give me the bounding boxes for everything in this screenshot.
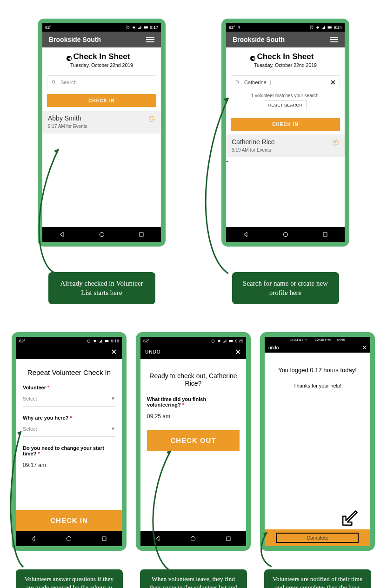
alarm-icon (211, 339, 215, 343)
battery-icon (229, 339, 234, 343)
required-marker: * (47, 385, 49, 390)
svg-point-18 (212, 340, 215, 342)
nav-recent-icon[interactable] (138, 231, 145, 238)
status-temp: 62° (143, 339, 150, 343)
chevron-down-icon: ▼ (111, 396, 115, 401)
svg-rect-6 (140, 233, 143, 236)
phone4-group: 62° 9:25 UNDO ✕ Ready to check out, Cath… (136, 332, 251, 588)
modal-title: Repeat Volunteer Check In (23, 368, 115, 376)
status-temp: 62° (229, 25, 235, 30)
phone-frame: 62° 9:24 Brookside South (221, 19, 349, 247)
search-input[interactable]: Search (47, 75, 156, 89)
svg-point-20 (191, 536, 195, 541)
nav-home-icon[interactable] (98, 231, 106, 238)
nav-home-icon[interactable] (189, 535, 197, 542)
phone-frame: •ıl AT&T ᯤ 12:36 PM 69% undo ✕ You logge… (260, 332, 375, 551)
volunteer-sub: 9:19 AM for Events (232, 147, 328, 153)
signal-icon (321, 25, 326, 30)
callout: Already checked in Volunteer List starts… (48, 272, 155, 304)
close-icon[interactable]: ✕ (235, 347, 241, 356)
wifi-icon (93, 339, 97, 343)
status-bar: •ıl AT&T ᯤ 12:36 PM 69% (265, 337, 370, 343)
search-value: Catherine (244, 80, 267, 85)
logged-hours-text: You logged 0.17 hours today! (265, 367, 370, 374)
alarm-icon (126, 25, 130, 30)
svg-point-3 (52, 80, 55, 83)
svg-point-5 (100, 232, 104, 236)
nav-recent-icon[interactable] (100, 535, 108, 542)
phone-frame: 62° 9:18 ✕ Repeat Volunteer Check In Vol… (12, 332, 127, 551)
callout: Volunteers answer questions if they are … (16, 569, 123, 588)
page-date: Tuesday, October 22nd 2019 (42, 62, 161, 68)
checkin-button[interactable]: CHECK IN (231, 118, 340, 131)
undo-bar: undo ✕ (265, 343, 370, 353)
volunteer-sub: 9:17 AM for Events (48, 124, 145, 129)
start-time-input[interactable]: 09:17 am (23, 462, 115, 468)
nav-back-icon[interactable] (242, 231, 250, 238)
nav-home-icon[interactable] (282, 231, 289, 238)
menu-icon[interactable] (146, 37, 154, 42)
prev-day-icon[interactable]: ◀ (67, 56, 72, 61)
status-time: 9:18 (111, 339, 119, 343)
nav-recent-icon[interactable] (225, 535, 232, 542)
status-time: 9:24 (334, 25, 342, 30)
svg-rect-1 (144, 27, 148, 28)
phone-frame: 62° 9:25 UNDO ✕ Ready to check out, Cath… (136, 332, 251, 551)
nav-recent-icon[interactable] (321, 231, 329, 238)
field-label: Why are you here? * (23, 415, 115, 421)
volunteer-row[interactable]: Abby Smith 9:17 AM for Events (42, 111, 161, 134)
svg-rect-13 (323, 233, 327, 236)
clock-icon (148, 115, 155, 122)
battery-label: 69% (337, 338, 345, 342)
svg-rect-21 (227, 537, 230, 541)
svg-point-10 (236, 80, 239, 83)
svg-rect-9 (332, 27, 332, 28)
field-label: Volunteer * (23, 385, 115, 390)
svg-rect-17 (102, 537, 106, 541)
menu-icon[interactable] (330, 37, 338, 42)
nav-bar (140, 531, 246, 546)
pointer-arrow-icon (341, 508, 360, 527)
close-icon[interactable]: ✕ (111, 347, 117, 356)
app-bar: Brookside South (226, 32, 345, 47)
nav-back-icon[interactable] (59, 231, 66, 238)
svg-point-12 (283, 232, 287, 236)
volunteer-name: Catherine Rice (232, 138, 328, 146)
svg-point-14 (88, 340, 91, 342)
status-time: 9:25 (235, 339, 243, 343)
undo-button[interactable]: undo (268, 345, 279, 350)
checkin-button[interactable]: CHECK IN (47, 94, 156, 107)
complete-button[interactable]: Complete (276, 533, 359, 543)
app-title: Brookside South (233, 36, 285, 43)
prev-day-icon[interactable]: ◀ (250, 56, 255, 61)
volunteer-select[interactable]: Select▼ (23, 396, 115, 407)
battery-icon (327, 25, 332, 30)
close-icon[interactable]: ✕ (362, 345, 367, 351)
required-marker: * (182, 402, 184, 408)
alarm-icon (309, 25, 314, 30)
nav-back-icon[interactable] (154, 535, 162, 542)
search-input[interactable]: Catherine| ✕ (231, 75, 340, 89)
undo-button[interactable]: UNDO (145, 349, 160, 354)
finish-time-input[interactable]: 09:25 am (147, 413, 240, 420)
svg-rect-8 (328, 27, 332, 28)
nav-home-icon[interactable] (65, 535, 73, 542)
nav-back-icon[interactable] (30, 535, 38, 542)
required-marker: * (38, 451, 40, 456)
callout: When volunteers leave, they find their n… (140, 569, 247, 588)
app-title: Brookside South (49, 36, 101, 43)
thanks-text: Thanks for your help! (265, 383, 370, 388)
checkin-action-button[interactable]: CHECK IN (16, 510, 122, 531)
volunteer-row[interactable]: Catherine Rice 9:19 AM for Events (226, 134, 345, 157)
clear-icon[interactable]: ✕ (330, 79, 336, 86)
nav-bar (16, 531, 122, 546)
signal-icon (99, 339, 103, 343)
field-label: What time did you finish volunteering? * (147, 396, 240, 408)
reset-search-button[interactable]: RESET SEARCH (264, 100, 307, 110)
app-bar: Brookside South (42, 32, 161, 47)
svg-rect-15 (105, 340, 109, 341)
reason-select[interactable]: Select▼ (23, 426, 115, 437)
checkout-action-button[interactable]: CHECK OUT (147, 430, 240, 451)
required-marker: * (70, 415, 72, 421)
search-icon (51, 80, 57, 85)
